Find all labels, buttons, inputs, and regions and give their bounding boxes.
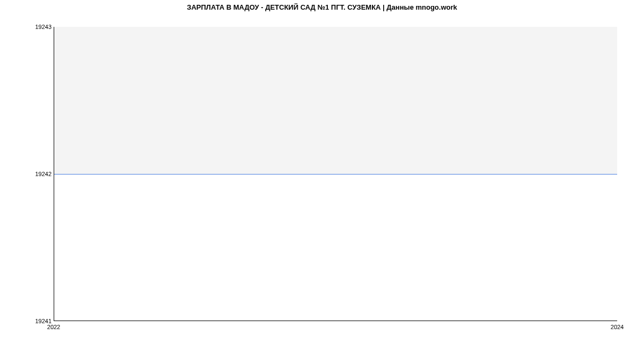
chart-title: ЗАРПЛАТА В МАДОУ - ДЕТСКИЙ САД №1 ПГТ. С… <box>0 3 644 11</box>
y-tick-top: 19243 <box>35 24 52 30</box>
data-line <box>54 174 617 174</box>
x-tick-left: 2022 <box>47 324 60 330</box>
y-tick-mid: 19242 <box>35 171 52 177</box>
plot-area <box>54 27 617 321</box>
x-tick-right: 2024 <box>611 324 624 330</box>
upper-band <box>54 27 617 174</box>
